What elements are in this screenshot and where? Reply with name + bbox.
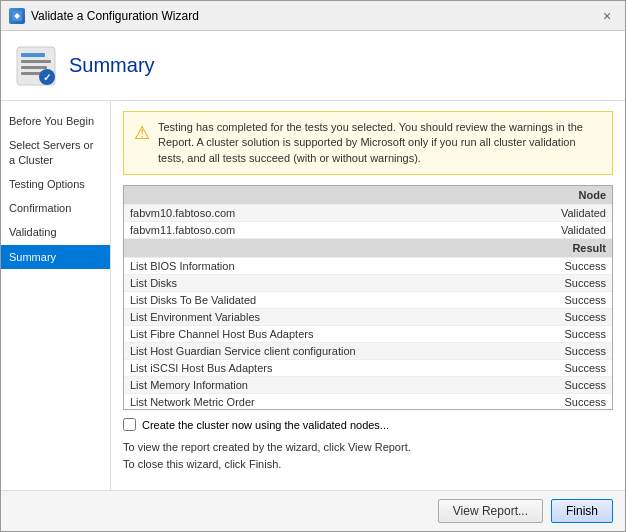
sidebar-item-validating[interactable]: Validating (1, 220, 110, 244)
row-name: List Disks To Be Validated (124, 292, 532, 309)
results-table-container[interactable]: Nodefabvm10.fabtoso.comValidatedfabvm11.… (123, 185, 613, 410)
table-row: List Network Metric OrderSuccess (124, 394, 612, 410)
table-row: List BIOS InformationSuccess (124, 258, 612, 275)
table-row: List Environment VariablesSuccess (124, 309, 612, 326)
row-name: List Environment Variables (124, 309, 532, 326)
table-row: fabvm11.fabtoso.comValidated (124, 222, 612, 239)
row-name: List Fibre Channel Host Bus Adapters (124, 326, 532, 343)
sidebar-item-summary[interactable]: Summary (1, 245, 110, 269)
row-status: Validated (532, 222, 612, 239)
row-status: Success (532, 343, 612, 360)
row-name: fabvm11.fabtoso.com (124, 222, 532, 239)
main-panel: ⚠ Testing has completed for the tests yo… (111, 101, 625, 490)
table-row: fabvm10.fabtoso.comValidated (124, 205, 612, 222)
svg-rect-3 (21, 60, 51, 63)
wizard-header: ✓ Summary (1, 31, 625, 101)
row-status: Success (532, 309, 612, 326)
create-cluster-checkbox[interactable] (123, 418, 136, 431)
row-status: Success (532, 258, 612, 275)
warning-icon: ⚠ (134, 121, 150, 146)
table-row: List Fibre Channel Host Bus AdaptersSucc… (124, 326, 612, 343)
app-icon (9, 8, 25, 24)
warning-text: Testing has completed for the tests you … (158, 120, 602, 166)
warning-box: ⚠ Testing has completed for the tests yo… (123, 111, 613, 175)
row-name: List Host Guardian Service client config… (124, 343, 532, 360)
svg-text:✓: ✓ (43, 72, 51, 83)
row-status: Success (532, 377, 612, 394)
row-status: Validated (532, 205, 612, 222)
close-button[interactable]: × (597, 6, 617, 26)
row-status: Success (532, 292, 612, 309)
window-title: Validate a Configuration Wizard (31, 9, 199, 23)
row-name: List BIOS Information (124, 258, 532, 275)
finish-button[interactable]: Finish (551, 499, 613, 523)
sidebar-item-before-you-begin[interactable]: Before You Begin (1, 109, 110, 133)
table-row: List DisksSuccess (124, 275, 612, 292)
bottom-bar: View Report... Finish (1, 490, 625, 531)
table-row: List Disks To Be ValidatedSuccess (124, 292, 612, 309)
svg-rect-4 (21, 66, 47, 69)
row-name: List iSCSI Host Bus Adapters (124, 360, 532, 377)
content-area: Before You Begin Select Servers or a Clu… (1, 101, 625, 490)
footer-line1: To view the report created by the wizard… (123, 439, 613, 456)
table-section-header: Result (124, 239, 612, 258)
results-table: Nodefabvm10.fabtoso.comValidatedfabvm11.… (124, 186, 612, 410)
svg-rect-2 (21, 53, 45, 57)
title-bar-left: Validate a Configuration Wizard (9, 8, 199, 24)
row-name: fabvm10.fabtoso.com (124, 205, 532, 222)
sidebar: Before You Begin Select Servers or a Clu… (1, 101, 111, 490)
footer-line2: To close this wizard, click Finish. (123, 456, 613, 473)
wizard-header-icon: ✓ (15, 45, 57, 87)
row-name: List Disks (124, 275, 532, 292)
action-buttons: View Report... Finish (438, 499, 613, 523)
row-status: Success (532, 326, 612, 343)
sidebar-item-confirmation[interactable]: Confirmation (1, 196, 110, 220)
row-name: List Memory Information (124, 377, 532, 394)
view-report-button[interactable]: View Report... (438, 499, 543, 523)
create-cluster-label[interactable]: Create the cluster now using the validat… (142, 419, 389, 431)
row-status: Success (532, 360, 612, 377)
checkbox-row: Create the cluster now using the validat… (123, 418, 613, 431)
row-status: Success (532, 394, 612, 410)
table-section-header: Node (124, 186, 612, 205)
page-title: Summary (69, 54, 155, 77)
row-name: List Network Metric Order (124, 394, 532, 410)
sidebar-item-testing-options[interactable]: Testing Options (1, 172, 110, 196)
title-bar: Validate a Configuration Wizard × (1, 1, 625, 31)
row-status: Success (532, 275, 612, 292)
sidebar-item-select-servers[interactable]: Select Servers or a Cluster (1, 133, 110, 172)
wizard-window: Validate a Configuration Wizard × ✓ Summ… (0, 0, 626, 532)
table-row: List iSCSI Host Bus AdaptersSuccess (124, 360, 612, 377)
footer-text: To view the report created by the wizard… (123, 439, 613, 472)
table-row: List Memory InformationSuccess (124, 377, 612, 394)
table-row: List Host Guardian Service client config… (124, 343, 612, 360)
